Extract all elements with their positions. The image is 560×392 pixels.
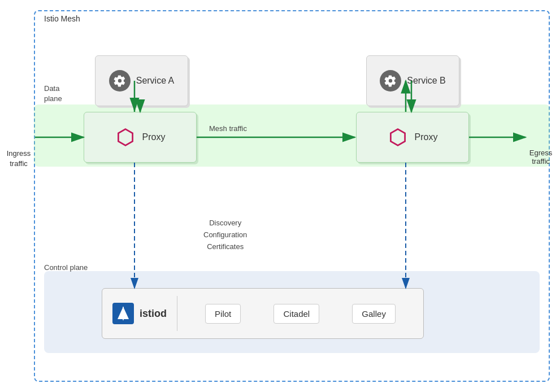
svg-marker-1 [390,129,405,146]
gear-icon-b [384,75,397,87]
istiod-pilot: Pilot [205,304,241,324]
istiod-logo-area: istiod [102,296,177,331]
proxy-b-box: Proxy [356,112,469,163]
service-b-box: Service B [366,55,459,106]
sail-icon [116,306,130,321]
egress-traffic-label: Egress traffic [524,149,558,165]
service-a-icon [109,70,131,92]
proxy-a-label: Proxy [142,132,166,142]
proxy-b-label: Proxy [415,132,438,142]
service-a-box: Service A [95,55,188,106]
proxy-a-hexagon-icon [115,127,136,147]
gear-icon [114,75,126,87]
istiod-name-label: istiod [140,308,167,320]
proxy-a-box: Proxy [84,112,197,163]
ingress-traffic-label: Ingresstraffic [2,149,35,169]
istiod-logo-icon [112,303,134,324]
proxy-b-hexagon-icon [388,127,408,147]
istiod-citadel: Citadel [274,304,319,324]
service-b-icon [380,70,401,92]
istiod-box: istiod Pilot Citadel Galley [102,288,424,339]
istio-mesh-label: Istio Mesh [42,14,83,23]
diagram-container: Istio Mesh Dataplane Control plane Servi… [0,0,560,392]
svg-marker-0 [118,129,132,146]
mesh-traffic-label: Mesh traffic [209,124,247,133]
istiod-galley: Galley [352,304,396,324]
data-plane-label: Dataplane [44,84,62,104]
discovery-label: DiscoveryConfigurationCertificates [203,217,247,252]
service-a-label: Service A [136,76,175,86]
control-plane-label: Control plane [44,263,88,272]
service-b-label: Service B [407,76,445,86]
istiod-components: Pilot Citadel Galley [177,304,423,324]
